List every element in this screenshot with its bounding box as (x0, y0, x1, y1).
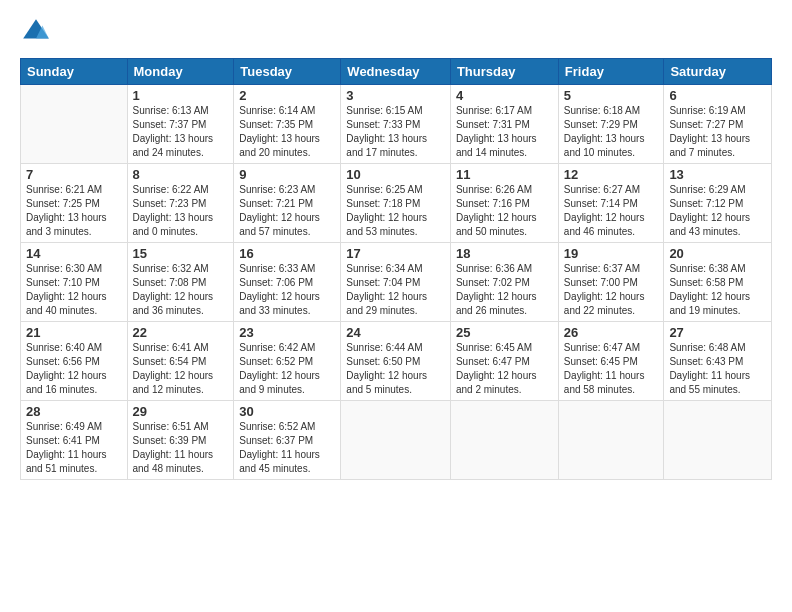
day-info: Sunrise: 6:23 AMSunset: 7:21 PMDaylight:… (239, 183, 335, 239)
weekday-header: Sunday (21, 59, 128, 85)
day-number: 4 (456, 88, 553, 103)
day-number: 12 (564, 167, 659, 182)
calendar-cell: 2Sunrise: 6:14 AMSunset: 7:35 PMDaylight… (234, 85, 341, 164)
day-info: Sunrise: 6:32 AMSunset: 7:08 PMDaylight:… (133, 262, 229, 318)
calendar-cell: 5Sunrise: 6:18 AMSunset: 7:29 PMDaylight… (558, 85, 664, 164)
weekday-header: Wednesday (341, 59, 451, 85)
day-number: 1 (133, 88, 229, 103)
calendar-cell: 17Sunrise: 6:34 AMSunset: 7:04 PMDayligh… (341, 243, 451, 322)
weekday-header: Monday (127, 59, 234, 85)
day-number: 18 (456, 246, 553, 261)
calendar-cell: 16Sunrise: 6:33 AMSunset: 7:06 PMDayligh… (234, 243, 341, 322)
calendar-cell: 26Sunrise: 6:47 AMSunset: 6:45 PMDayligh… (558, 322, 664, 401)
calendar-cell: 11Sunrise: 6:26 AMSunset: 7:16 PMDayligh… (450, 164, 558, 243)
day-number: 21 (26, 325, 122, 340)
logo (20, 16, 54, 48)
day-number: 15 (133, 246, 229, 261)
day-info: Sunrise: 6:29 AMSunset: 7:12 PMDaylight:… (669, 183, 766, 239)
day-number: 22 (133, 325, 229, 340)
day-info: Sunrise: 6:40 AMSunset: 6:56 PMDaylight:… (26, 341, 122, 397)
day-number: 25 (456, 325, 553, 340)
day-number: 6 (669, 88, 766, 103)
day-info: Sunrise: 6:21 AMSunset: 7:25 PMDaylight:… (26, 183, 122, 239)
day-number: 14 (26, 246, 122, 261)
weekday-header-row: SundayMondayTuesdayWednesdayThursdayFrid… (21, 59, 772, 85)
day-number: 8 (133, 167, 229, 182)
day-info: Sunrise: 6:36 AMSunset: 7:02 PMDaylight:… (456, 262, 553, 318)
calendar-cell (450, 401, 558, 480)
day-info: Sunrise: 6:49 AMSunset: 6:41 PMDaylight:… (26, 420, 122, 476)
day-info: Sunrise: 6:26 AMSunset: 7:16 PMDaylight:… (456, 183, 553, 239)
calendar-cell: 9Sunrise: 6:23 AMSunset: 7:21 PMDaylight… (234, 164, 341, 243)
day-number: 13 (669, 167, 766, 182)
calendar-cell: 8Sunrise: 6:22 AMSunset: 7:23 PMDaylight… (127, 164, 234, 243)
day-number: 23 (239, 325, 335, 340)
day-number: 20 (669, 246, 766, 261)
day-info: Sunrise: 6:48 AMSunset: 6:43 PMDaylight:… (669, 341, 766, 397)
calendar-cell: 23Sunrise: 6:42 AMSunset: 6:52 PMDayligh… (234, 322, 341, 401)
day-number: 2 (239, 88, 335, 103)
calendar-cell: 6Sunrise: 6:19 AMSunset: 7:27 PMDaylight… (664, 85, 772, 164)
day-info: Sunrise: 6:25 AMSunset: 7:18 PMDaylight:… (346, 183, 445, 239)
calendar-cell: 29Sunrise: 6:51 AMSunset: 6:39 PMDayligh… (127, 401, 234, 480)
day-info: Sunrise: 6:37 AMSunset: 7:00 PMDaylight:… (564, 262, 659, 318)
day-number: 30 (239, 404, 335, 419)
calendar-cell: 24Sunrise: 6:44 AMSunset: 6:50 PMDayligh… (341, 322, 451, 401)
calendar-cell: 7Sunrise: 6:21 AMSunset: 7:25 PMDaylight… (21, 164, 128, 243)
day-info: Sunrise: 6:18 AMSunset: 7:29 PMDaylight:… (564, 104, 659, 160)
day-info: Sunrise: 6:34 AMSunset: 7:04 PMDaylight:… (346, 262, 445, 318)
day-number: 5 (564, 88, 659, 103)
day-info: Sunrise: 6:22 AMSunset: 7:23 PMDaylight:… (133, 183, 229, 239)
calendar-week-row: 7Sunrise: 6:21 AMSunset: 7:25 PMDaylight… (21, 164, 772, 243)
calendar-cell: 22Sunrise: 6:41 AMSunset: 6:54 PMDayligh… (127, 322, 234, 401)
day-number: 27 (669, 325, 766, 340)
calendar-cell: 21Sunrise: 6:40 AMSunset: 6:56 PMDayligh… (21, 322, 128, 401)
day-number: 24 (346, 325, 445, 340)
calendar-cell: 14Sunrise: 6:30 AMSunset: 7:10 PMDayligh… (21, 243, 128, 322)
day-info: Sunrise: 6:52 AMSunset: 6:37 PMDaylight:… (239, 420, 335, 476)
day-info: Sunrise: 6:19 AMSunset: 7:27 PMDaylight:… (669, 104, 766, 160)
weekday-header: Tuesday (234, 59, 341, 85)
day-number: 28 (26, 404, 122, 419)
day-number: 7 (26, 167, 122, 182)
day-info: Sunrise: 6:27 AMSunset: 7:14 PMDaylight:… (564, 183, 659, 239)
calendar-cell: 13Sunrise: 6:29 AMSunset: 7:12 PMDayligh… (664, 164, 772, 243)
calendar-cell: 19Sunrise: 6:37 AMSunset: 7:00 PMDayligh… (558, 243, 664, 322)
weekday-header: Thursday (450, 59, 558, 85)
calendar-cell: 4Sunrise: 6:17 AMSunset: 7:31 PMDaylight… (450, 85, 558, 164)
calendar-week-row: 28Sunrise: 6:49 AMSunset: 6:41 PMDayligh… (21, 401, 772, 480)
logo-icon (20, 16, 52, 48)
calendar-cell: 10Sunrise: 6:25 AMSunset: 7:18 PMDayligh… (341, 164, 451, 243)
calendar-cell: 30Sunrise: 6:52 AMSunset: 6:37 PMDayligh… (234, 401, 341, 480)
calendar-cell: 25Sunrise: 6:45 AMSunset: 6:47 PMDayligh… (450, 322, 558, 401)
calendar-cell (664, 401, 772, 480)
weekday-header: Saturday (664, 59, 772, 85)
day-number: 11 (456, 167, 553, 182)
day-number: 17 (346, 246, 445, 261)
calendar-week-row: 14Sunrise: 6:30 AMSunset: 7:10 PMDayligh… (21, 243, 772, 322)
day-info: Sunrise: 6:33 AMSunset: 7:06 PMDaylight:… (239, 262, 335, 318)
day-number: 19 (564, 246, 659, 261)
day-info: Sunrise: 6:15 AMSunset: 7:33 PMDaylight:… (346, 104, 445, 160)
day-number: 26 (564, 325, 659, 340)
day-number: 9 (239, 167, 335, 182)
calendar-cell: 12Sunrise: 6:27 AMSunset: 7:14 PMDayligh… (558, 164, 664, 243)
calendar-cell (558, 401, 664, 480)
day-info: Sunrise: 6:38 AMSunset: 6:58 PMDaylight:… (669, 262, 766, 318)
page: SundayMondayTuesdayWednesdayThursdayFrid… (0, 0, 792, 612)
calendar-week-row: 21Sunrise: 6:40 AMSunset: 6:56 PMDayligh… (21, 322, 772, 401)
day-info: Sunrise: 6:41 AMSunset: 6:54 PMDaylight:… (133, 341, 229, 397)
day-info: Sunrise: 6:30 AMSunset: 7:10 PMDaylight:… (26, 262, 122, 318)
day-number: 16 (239, 246, 335, 261)
day-info: Sunrise: 6:45 AMSunset: 6:47 PMDaylight:… (456, 341, 553, 397)
calendar-cell (341, 401, 451, 480)
day-info: Sunrise: 6:17 AMSunset: 7:31 PMDaylight:… (456, 104, 553, 160)
calendar-cell: 18Sunrise: 6:36 AMSunset: 7:02 PMDayligh… (450, 243, 558, 322)
day-info: Sunrise: 6:44 AMSunset: 6:50 PMDaylight:… (346, 341, 445, 397)
day-info: Sunrise: 6:14 AMSunset: 7:35 PMDaylight:… (239, 104, 335, 160)
calendar-cell: 27Sunrise: 6:48 AMSunset: 6:43 PMDayligh… (664, 322, 772, 401)
day-info: Sunrise: 6:13 AMSunset: 7:37 PMDaylight:… (133, 104, 229, 160)
day-number: 3 (346, 88, 445, 103)
calendar-week-row: 1Sunrise: 6:13 AMSunset: 7:37 PMDaylight… (21, 85, 772, 164)
calendar-cell: 1Sunrise: 6:13 AMSunset: 7:37 PMDaylight… (127, 85, 234, 164)
